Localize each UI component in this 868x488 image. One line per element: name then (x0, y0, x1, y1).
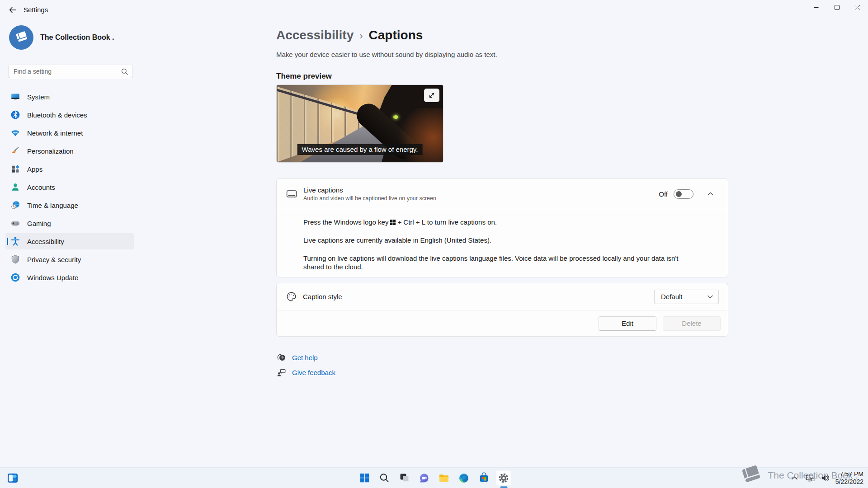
edge-button[interactable] (456, 470, 472, 486)
sidebar-item-accessibility[interactable]: Accessibility (5, 233, 134, 249)
personalization-icon (10, 145, 21, 156)
tray-chevron-up-icon (792, 476, 797, 480)
main-content: Accessibility › Captions Make your devic… (276, 22, 728, 380)
file-explorer-icon (439, 472, 450, 483)
sidebar-item-label: Apps (27, 165, 42, 173)
live-captions-card: Live captions Audio and video will be ca… (276, 178, 728, 277)
back-button[interactable] (5, 3, 20, 17)
start-icon (359, 473, 370, 483)
page-title: Captions (369, 28, 423, 42)
taskbar-clock[interactable]: 7:57 PM 5/22/2022 (835, 470, 863, 486)
close-icon (855, 5, 860, 10)
sidebar: The Collection Book . System Bluetooth &… (0, 22, 136, 467)
user-profile[interactable]: The Collection Book . (9, 25, 114, 50)
shortcut-info-text: Press the Windows logo key+ Ctrl + L to … (303, 218, 692, 226)
apps-icon (10, 164, 21, 174)
search-icon[interactable] (121, 68, 128, 75)
get-help-label: Get help (292, 354, 318, 361)
settings-taskbar-button[interactable] (496, 470, 512, 486)
book-icon (14, 31, 28, 44)
minimize-button[interactable] (806, 0, 826, 14)
language-info-text: Live captions are currently available in… (303, 236, 692, 244)
bluetooth-icon (10, 109, 21, 120)
preview-lens-flare (393, 115, 398, 119)
tray-language-button[interactable]: a (805, 472, 816, 484)
clock-date: 5/22/2022 (835, 478, 863, 486)
edge-icon (458, 472, 470, 483)
widgets-icon (7, 472, 19, 484)
sidebar-item-network-internet[interactable]: Network & internet (5, 125, 134, 141)
taskbar-center (357, 470, 512, 486)
sidebar-item-label: Time & language (27, 202, 78, 209)
windows-update-icon (10, 272, 21, 283)
system-icon (10, 91, 21, 102)
system-tray: a 7:57 PM 5/22/2022 (789, 468, 863, 488)
microsoft-store-icon (478, 473, 489, 483)
sidebar-item-label: Gaming (27, 220, 51, 227)
expand-preview-button[interactable] (424, 89, 439, 102)
back-arrow-icon (9, 6, 16, 14)
sidebar-item-apps[interactable]: Apps (5, 161, 134, 177)
windows-logo-icon (390, 220, 396, 225)
chat-button[interactable] (416, 470, 432, 486)
caption-style-dropdown[interactable]: Default (654, 290, 719, 304)
minimize-icon (814, 5, 819, 10)
search-input[interactable] (9, 68, 121, 75)
user-name: The Collection Book . (40, 33, 114, 42)
titlebar: Settings (0, 0, 868, 22)
close-button[interactable] (847, 0, 868, 14)
sidebar-item-label: Accessibility (27, 238, 64, 245)
sidebar-item-windows-update[interactable]: Windows Update (5, 269, 134, 286)
caption-style-icon (286, 291, 297, 302)
task-view-button[interactable] (396, 470, 412, 486)
collapse-expander-button[interactable] (703, 187, 717, 201)
breadcrumb-parent[interactable]: Accessibility (276, 28, 354, 42)
start-button[interactable] (357, 470, 373, 486)
sidebar-item-accounts[interactable]: Accounts (5, 179, 134, 195)
dropdown-value: Default (661, 293, 683, 300)
taskbar-search-button[interactable] (377, 470, 392, 486)
edit-button[interactable]: Edit (599, 316, 656, 331)
live-captions-controls: Off (659, 187, 717, 201)
get-help-icon: ? (276, 353, 286, 362)
caption-style-card: Caption style Default Edit Delete (276, 283, 728, 337)
sidebar-item-label: Network & internet (27, 129, 83, 137)
taskbar: a 7:57 PM 5/22/2022 (0, 467, 868, 488)
sidebar-item-privacy-security[interactable]: Privacy & security (5, 251, 134, 267)
maximize-button[interactable] (826, 0, 847, 14)
sidebar-item-time-language[interactable]: Time & language (5, 197, 134, 213)
chevron-up-icon (708, 192, 713, 196)
settings-gear-icon (498, 472, 509, 483)
page-description: Make your device easier to use without s… (276, 51, 728, 58)
live-captions-details: Press the Windows logo key+ Ctrl + L to … (277, 209, 728, 277)
microsoft-store-button[interactable] (476, 470, 492, 486)
give-feedback-label: Give feedback (292, 369, 335, 376)
sidebar-item-gaming[interactable]: Gaming (5, 215, 134, 231)
widgets-button[interactable] (6, 472, 19, 484)
tray-chevron-button[interactable] (789, 472, 800, 484)
delete-button[interactable]: Delete (663, 316, 721, 331)
file-explorer-button[interactable] (436, 470, 452, 486)
sidebar-item-personalization[interactable]: Personalization (5, 143, 134, 159)
breadcrumb-separator-icon: › (359, 29, 363, 42)
breadcrumb: Accessibility › Captions (276, 26, 728, 44)
sidebar-item-system[interactable]: System (5, 89, 134, 105)
preview-caption-text: Waves are caused by a flow of energy. (297, 144, 423, 155)
gaming-icon (10, 218, 21, 229)
sidebar-item-bluetooth-devices[interactable]: Bluetooth & devices (5, 107, 134, 123)
live-captions-toggle[interactable] (674, 189, 693, 199)
sidebar-item-label: Accounts (27, 183, 55, 191)
give-feedback-link[interactable]: Give feedback (276, 365, 335, 380)
taskbar-search-icon (379, 473, 390, 483)
live-captions-header[interactable]: Live captions Audio and video will be ca… (277, 179, 728, 209)
help-links: ? Get help Give feedback (276, 350, 728, 380)
sidebar-item-label: Windows Update (27, 274, 78, 282)
theme-preview-label: Theme preview (276, 72, 728, 81)
get-help-link[interactable]: ? Get help (276, 350, 318, 365)
caption-style-row: Caption style Default (277, 283, 728, 310)
sidebar-nav: System Bluetooth & devices Network & int… (5, 89, 134, 287)
caption-style-title: Caption style (303, 293, 342, 300)
sidebar-item-label: Personalization (27, 147, 74, 155)
tray-volume-button[interactable] (820, 472, 831, 484)
settings-window: Settings (0, 0, 868, 488)
